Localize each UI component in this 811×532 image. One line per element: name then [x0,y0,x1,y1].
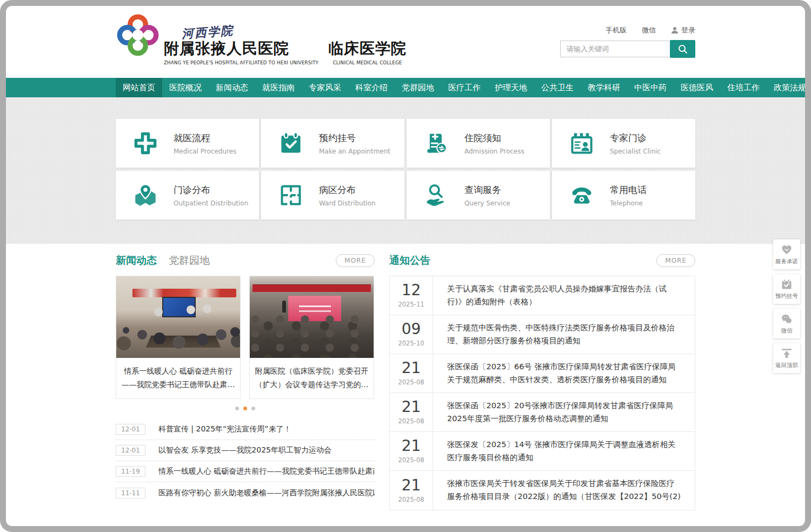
notice-row[interactable]: 212025-08 张医保函〔2025〕66号 张掖市医疗保障局转发甘肃省医疗保… [390,354,695,393]
news-slide-caption: 附属医院（临床医学院）党委召开 （扩大）会议专题传达学习党的… [250,358,374,398]
news-list: 12-01 科普宣传 | 2025年“宪法宣传周”来了！ 12-01 以智会友 … [116,419,375,503]
photo-red-banner [252,284,371,292]
card-admission[interactable]: 住院须知Admission Process [407,119,550,168]
carousel-dot-3[interactable] [251,407,255,410]
news-slide-caption: 情系一线暖人心 砥砺奋进共前行 ——我院党委书记王德带队赴肃… [116,358,240,398]
card-subtitle: Query Service [464,200,510,207]
tab-news[interactable]: 新闻动态 [116,254,157,268]
photo-screen-text [299,305,331,307]
notice-day: 12 [402,283,421,298]
notice-row[interactable]: 212025-08 张掖市医保局关于转发省医保局关于印发甘肃省基本医疗保险医疗服… [390,471,695,510]
notice-yearmonth: 2025-10 [398,340,424,347]
carousel-dot-2-active[interactable] [243,407,247,410]
notice-yearmonth: 2025-08 [398,496,424,503]
notice-day: 21 [402,361,421,376]
nav-item-teaching-research[interactable]: 教学科研 [581,78,627,97]
notice-section: 通知公告 MORE 122025-11 关于认真落实《甘肃省党员公职人员操办婚嫁… [389,252,695,510]
float-appointment[interactable]: 预约挂号 [773,274,800,304]
nav-item-home[interactable]: 网站首页 [116,78,162,97]
carousel-dots [116,407,375,410]
map-pin-icon [134,183,157,207]
news-slide-2[interactable]: 附属医院（临床医学院）党委召开 （扩大）会议专题传达学习党的… [249,276,374,399]
nav-item-tcm[interactable]: 中医中药 [627,78,674,97]
nav-item-residency[interactable]: 住培工作 [720,78,767,97]
search-button[interactable] [670,40,695,58]
nav-item-party[interactable]: 党群园地 [395,78,441,97]
mobile-version-link[interactable]: 手机版 [606,25,627,35]
nav-item-policy[interactable]: 政策法规 [767,78,811,97]
nav-item-news[interactable]: 新闻动态 [209,78,255,97]
notice-row[interactable]: 212025-08 张医保发〔2025〕14号 张掖市医疗保障局关于调整血液透析… [390,432,695,471]
news-list-item[interactable]: 11-19 情系一线暖人心 砥砺奋进共前行——我院党委书记王德带队赴肃南县、高… [116,461,375,482]
card-title: 预约挂号 [319,132,390,144]
nav-item-departments[interactable]: 科室介绍 [348,78,395,97]
calendar-check-icon [781,278,793,290]
card-title: 常用电话 [610,184,647,196]
card-title: 住院须知 [464,132,524,144]
nav-item-hospital-overview[interactable]: 医院概况 [162,78,209,97]
news-list-item[interactable]: 11-11 医路有你守初心 薪火助老暖桑榆——河西学院附属张掖人民医院以党建引… [116,482,375,503]
notice-section-title: 通知公告 [389,254,430,268]
hospital-document-icon [424,131,448,155]
nav-item-patient-guide[interactable]: 就医指南 [255,78,302,97]
notice-yearmonth: 2025-08 [398,417,424,425]
logo-clover-icon [116,14,160,63]
notice-row[interactable]: 092025-10 关于规范中医骨伤类、中医特殊疗法类医疗服务价格项目及价格治理… [390,315,695,354]
login-label: 登录 [681,25,695,35]
float-service-promise[interactable]: 服务承诺 [773,240,800,269]
card-subtitle: Medical Procedures [174,148,236,155]
wechat-link[interactable]: 微信 [642,25,656,35]
news-more-button[interactable]: MORE [336,254,375,267]
calendar-check-icon [279,131,303,155]
notice-table: 122025-11 关于认真落实《甘肃省党员公职人员操办婚嫁事宜报告办法（试行)… [389,276,695,510]
main-navigation: 网站首页 医院概况 新闻动态 就医指南 专家风采 科室介绍 党群园地 医疗工作 … [6,78,805,97]
news-date: 12-01 [116,445,145,456]
card-medical-procedures[interactable]: 就医流程Medical Procedures [116,119,259,168]
notice-title: 张医保函〔2025〕20号张掖市医疗保障局转发甘肃省医疗保障局2025年度第一批… [433,393,695,431]
nav-item-nursing[interactable]: 护理天地 [488,78,534,97]
notice-yearmonth: 2025-11 [398,301,424,308]
card-query-service[interactable]: 查询服务Query Service [407,171,550,220]
floorplan-icon [279,183,303,207]
notice-day: 21 [402,478,421,493]
login-link[interactable]: 登录 [671,25,695,35]
news-title: 医路有你守初心 薪火助老暖桑榆——河西学院附属张掖人民医院以党建引… [158,488,375,498]
telephone-icon [570,183,594,207]
search-input[interactable] [560,41,670,57]
float-back-to-top[interactable]: 返回顶部 [773,343,800,373]
nav-item-public-health[interactable]: 公共卫生 [534,78,581,97]
nav-item-medical-work[interactable]: 医疗工作 [441,78,488,97]
news-photo-meeting-room [116,276,240,358]
arrow-up-icon [781,348,793,360]
float-wechat[interactable]: 微信 [773,309,800,338]
photo-table [145,336,221,348]
card-subtitle: Specialist Clinic [610,148,661,155]
nav-item-experts[interactable]: 专家风采 [302,78,348,97]
card-appointment[interactable]: 预约挂号Make an Appointment [261,119,404,168]
card-subtitle: Telephone [610,200,647,207]
float-label: 服务承诺 [773,258,800,265]
card-subtitle: Admission Process [464,148,524,155]
notice-row[interactable]: 212025-08 张医保函〔2025〕20号张掖市医疗保障局转发甘肃省医疗保障… [390,393,695,432]
card-telephone[interactable]: 常用电话Telephone [552,171,695,220]
notice-row[interactable]: 122025-11 关于认真落实《甘肃省党员公职人员操办婚嫁事宜报告办法（试行)… [390,276,695,315]
card-title: 专家门诊 [610,132,661,144]
notice-day: 21 [402,438,421,454]
browser-page: 河西学院 附属张掖人民医院 ZHANG YE PEOPLE'S HOSPITAL… [0,0,811,532]
notice-more-button[interactable]: MORE [656,254,695,267]
tab-party-garden[interactable]: 党群园地 [169,254,210,268]
news-list-item[interactable]: 12-01 科普宣传 | 2025年“宪法宣传周”来了！ [116,419,375,440]
carousel-dot-1[interactable] [235,407,239,410]
news-list-item[interactable]: 12-01 以智会友 乐享竞技——我院2025年职工智力运动会 [116,440,375,461]
card-outpatient-distribution[interactable]: 门诊分布Outpatient Distribution [116,171,259,220]
hospital-logo[interactable]: 河西学院 附属张掖人民医院 ZHANG YE PEOPLE'S HOSPITAL… [116,11,462,74]
hospital-title-en: ZHANG YE PEOPLE'S HOSPITAL AFFILIATED TO… [164,60,318,65]
card-specialist-clinic[interactable]: 专家门诊Specialist Clinic [552,119,695,168]
nav-item-ethics[interactable]: 医德医风 [674,78,720,97]
college-title-en: CLINICAL MEDICAL COLLEGE [328,60,407,65]
news-slide-1[interactable]: 情系一线暖人心 砥砺奋进共前行 ——我院党委书记王德带队赴肃… [116,276,241,399]
float-label: 返回顶部 [773,362,800,369]
card-subtitle: Ward Distribution [319,200,376,207]
card-ward-distribution[interactable]: 病区分布Ward Distribution [261,171,404,220]
float-label: 微信 [773,327,800,335]
